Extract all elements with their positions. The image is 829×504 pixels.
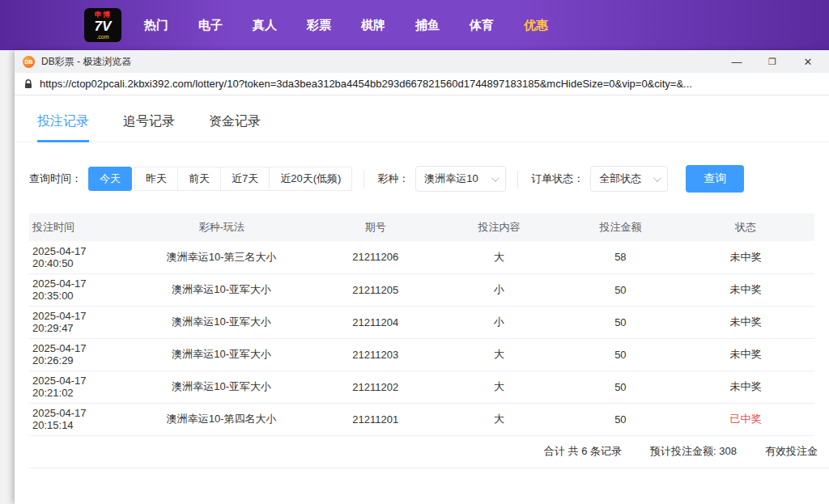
browser-window: DB DB彩票 - 极速浏览器 — ❐ ✕ https://ctop02pcal… — [15, 50, 829, 504]
column-header-投注时间: 投注时间 — [29, 214, 126, 241]
table-row: 2025-04-17 20:29:47澳洲幸运10-亚军大小21211204小5… — [29, 306, 814, 338]
nav-item-优惠[interactable]: 优惠 — [524, 18, 548, 33]
time-option-昨天[interactable]: 昨天 — [134, 167, 178, 191]
chevron-down-icon — [491, 174, 500, 182]
game-type-cell: 澳洲幸运10-亚军大小 — [126, 306, 317, 338]
table-row: 2025-04-17 20:35:00澳洲幸运10-亚军大小21211205小5… — [29, 273, 814, 306]
time-option-近20天(低频)[interactable]: 近20天(低频) — [269, 167, 352, 191]
nav-item-棋牌[interactable]: 棋牌 — [361, 18, 385, 33]
bet-time-cell: 2025-04-17 20:15:14 — [29, 403, 126, 435]
window-title-bar: DB DB彩票 - 极速浏览器 — ❐ ✕ — [15, 50, 829, 73]
bet-amount-cell: 50 — [564, 273, 678, 306]
issue-number-cell: 21211204 — [317, 306, 435, 338]
game-type-cell: 澳洲幸运10-亚军大小 — [126, 371, 317, 403]
site-logo[interactable]: 申博 7V .com — [84, 8, 121, 42]
game-type-cell: 澳洲幸运10-第四名大小 — [126, 403, 317, 435]
tab-投注记录[interactable]: 投注记录 — [37, 113, 89, 142]
status-cell: 未中奖 — [677, 371, 814, 403]
time-filter-group: 今天昨天前天近7天近20天(低频) — [88, 167, 352, 191]
nav-item-捕鱼[interactable]: 捕鱼 — [415, 18, 440, 33]
summary-item-0: 合计 共 6 条记录 — [544, 444, 622, 459]
bet-amount-cell: 50 — [564, 371, 678, 403]
time-option-今天[interactable]: 今天 — [88, 167, 132, 191]
bet-time-cell: 2025-04-17 20:40:50 — [29, 241, 126, 273]
issue-number-cell: 21211201 — [317, 403, 435, 435]
bet-content-cell: 小 — [435, 273, 564, 306]
time-option-近7天[interactable]: 近7天 — [220, 167, 270, 191]
page-content: 投注记录追号记录资金记录 查询时间： 今天昨天前天近7天近20天(低频) 彩种：… — [15, 95, 829, 504]
lottery-filter-label: 彩种： — [377, 172, 409, 186]
table-row: 2025-04-17 20:21:02澳洲幸运10-亚军大小21211202大5… — [29, 371, 814, 403]
table-row: 2025-04-17 20:15:14澳洲幸运10-第四名大小21211201大… — [29, 403, 814, 435]
tab-资金记录[interactable]: 资金记录 — [209, 113, 261, 142]
issue-number-cell: 21211202 — [317, 371, 435, 403]
address-bar[interactable]: https://ctop02pcali.2kbxi392.com/lottery… — [15, 73, 829, 95]
column-header-期号: 期号 — [317, 214, 435, 241]
column-header-状态: 状态 — [677, 214, 814, 241]
lock-icon — [24, 79, 32, 89]
lottery-select[interactable]: 澳洲幸运10 — [415, 166, 506, 192]
tab-追号记录[interactable]: 追号记录 — [123, 113, 175, 142]
close-button[interactable]: ✕ — [801, 57, 814, 67]
site-logo-suffix-text: .com — [96, 34, 108, 40]
status-cell: 已中奖 — [677, 403, 814, 435]
issue-number-cell: 21211206 — [317, 241, 435, 273]
top-nav: 热门电子真人彩票棋牌捕鱼体育优惠 — [144, 18, 578, 33]
minimize-button[interactable]: — — [730, 57, 743, 67]
status-cell: 未中奖 — [677, 338, 814, 371]
bet-content-cell: 大 — [435, 403, 564, 435]
order-status-select[interactable]: 全部状态 — [590, 166, 668, 192]
bet-records-table-wrap: 投注时间彩种-玩法期号投注内容投注金额状态 2025-04-17 20:40:5… — [29, 214, 814, 436]
nav-item-真人[interactable]: 真人 — [253, 18, 277, 33]
url-text: https://ctop02pcali.2kbxi392.com/lottery… — [40, 78, 692, 90]
bet-amount-cell: 50 — [564, 338, 678, 371]
summary-item-2: 有效投注金 — [765, 444, 818, 459]
time-option-前天[interactable]: 前天 — [177, 167, 221, 191]
status-cell: 未中奖 — [677, 273, 814, 306]
search-button[interactable]: 查询 — [686, 165, 744, 193]
time-filter-label: 查询时间： — [29, 172, 82, 186]
game-type-cell: 澳洲幸运10-亚军大小 — [126, 273, 317, 306]
nav-item-电子[interactable]: 电子 — [198, 18, 223, 33]
bet-amount-cell: 50 — [564, 403, 678, 435]
issue-number-cell: 21211205 — [317, 273, 435, 306]
site-logo-main-text: 7V — [95, 19, 112, 33]
nav-item-热门[interactable]: 热门 — [144, 18, 168, 33]
status-cell: 未中奖 — [677, 306, 814, 338]
chevron-down-icon — [653, 174, 661, 182]
top-banner: 申博 7V .com 热门电子真人彩票棋牌捕鱼体育优惠 — [0, 0, 829, 50]
summary-items: 合计 共 6 条记录预计投注金额: 308有效投注金 — [544, 436, 818, 468]
bet-amount-cell: 50 — [564, 306, 678, 338]
bet-time-cell: 2025-04-17 20:26:29 — [29, 338, 126, 371]
filter-separator — [363, 170, 364, 188]
column-header-投注金额: 投注金额 — [564, 214, 678, 241]
bet-time-cell: 2025-04-17 20:35:00 — [29, 273, 126, 306]
table-header-row: 投注时间彩种-玩法期号投注内容投注金额状态 — [29, 214, 814, 241]
site-logo-top-text: 申博 — [95, 11, 111, 19]
bet-content-cell: 大 — [435, 338, 564, 371]
nav-item-体育[interactable]: 体育 — [470, 18, 494, 33]
status-filter-label: 订单状态： — [531, 172, 584, 186]
bet-amount-cell: 58 — [564, 241, 678, 273]
record-tabs: 投注记录追号记录资金记录 — [15, 108, 829, 142]
filter-bar: 查询时间： 今天昨天前天近7天近20天(低频) 彩种： 澳洲幸运10 订单状态：… — [15, 142, 829, 193]
bet-content-cell: 小 — [435, 306, 564, 338]
bet-time-cell: 2025-04-17 20:21:02 — [29, 371, 126, 403]
column-header-彩种-玩法: 彩种-玩法 — [126, 214, 317, 241]
summary-item-1: 预计投注金额: 308 — [650, 444, 737, 459]
game-type-cell: 澳洲幸运10-亚军大小 — [126, 338, 317, 371]
game-type-cell: 澳洲幸运10-第三名大小 — [126, 241, 317, 273]
issue-number-cell: 21211203 — [317, 338, 435, 371]
table-body: 2025-04-17 20:40:50澳洲幸运10-第三名大小21211206大… — [29, 241, 814, 435]
maximize-button[interactable]: ❐ — [766, 57, 779, 66]
bet-content-cell: 大 — [435, 371, 564, 403]
table-row: 2025-04-17 20:40:50澳洲幸运10-第三名大小21211206大… — [29, 241, 814, 273]
filter-separator — [517, 170, 518, 188]
window-title: DB彩票 - 极速浏览器 — [41, 55, 730, 69]
summary-row: 合计 共 6 条记录预计投注金额: 308有效投注金 — [29, 436, 829, 468]
nav-item-彩票[interactable]: 彩票 — [307, 18, 331, 33]
bet-records-table: 投注时间彩种-玩法期号投注内容投注金额状态 2025-04-17 20:40:5… — [29, 214, 814, 436]
table-row: 2025-04-17 20:26:29澳洲幸运10-亚军大小21211203大5… — [29, 338, 814, 371]
browser-favicon: DB — [23, 56, 35, 68]
status-cell: 未中奖 — [677, 241, 814, 273]
